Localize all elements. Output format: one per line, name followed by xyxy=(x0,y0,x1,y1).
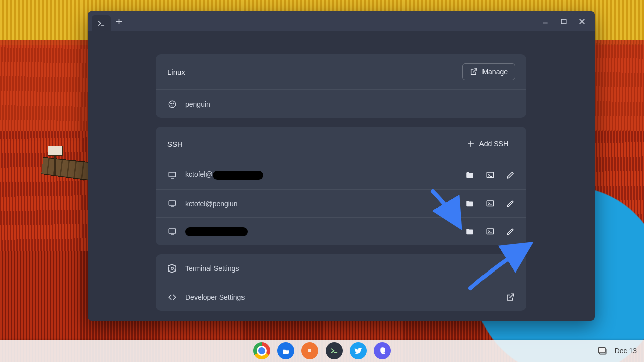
monitor-icon xyxy=(167,170,177,180)
ssh-connection-row[interactable] xyxy=(156,217,526,245)
terminal-settings-row[interactable]: Terminal Settings xyxy=(156,254,526,283)
files-app-icon[interactable] xyxy=(277,342,294,359)
mastodon-app-icon[interactable] xyxy=(374,342,391,359)
ssh-connection-row[interactable]: kctofel@pengiun xyxy=(156,189,526,217)
open-terminal-icon[interactable] xyxy=(485,227,495,237)
taskbar: Dec 13 xyxy=(0,340,644,362)
linux-container-row[interactable]: penguin xyxy=(156,89,526,118)
ssh-label xyxy=(185,227,248,236)
svg-rect-29 xyxy=(598,347,605,353)
new-tab-button[interactable] xyxy=(111,13,127,29)
maximize-button[interactable] xyxy=(554,12,573,30)
ssh-connection-row[interactable]: kctofel@ xyxy=(156,161,526,189)
sftp-folder-icon[interactable] xyxy=(465,199,475,209)
minimize-button[interactable] xyxy=(536,12,554,30)
linux-section: Linux Manage penguin xyxy=(156,54,526,118)
developer-settings-row[interactable]: Developer Settings xyxy=(156,283,526,311)
terminal-app-icon[interactable] xyxy=(326,342,343,359)
shelf-apps xyxy=(253,342,391,359)
edit-icon[interactable] xyxy=(505,199,515,209)
window-content: Linux Manage penguin S xyxy=(88,31,595,321)
open-terminal-icon[interactable] xyxy=(485,199,495,209)
sftp-folder-icon[interactable] xyxy=(465,170,475,180)
chrome-app-icon[interactable] xyxy=(253,342,270,359)
svg-rect-12 xyxy=(169,172,176,177)
svg-point-8 xyxy=(171,103,172,104)
svg-point-24 xyxy=(171,267,174,270)
shelf-clock[interactable]: Dec 13 xyxy=(615,347,637,355)
svg-point-9 xyxy=(173,103,174,104)
edit-icon[interactable] xyxy=(505,227,515,237)
settings-section: Terminal Settings Developer Settings xyxy=(156,254,526,311)
ssh-section-title: SSH xyxy=(167,140,183,148)
svg-rect-20 xyxy=(169,229,176,233)
developer-settings-label: Developer Settings xyxy=(185,293,245,301)
svg-point-7 xyxy=(169,101,176,108)
sftp-folder-icon[interactable] xyxy=(465,227,475,237)
twitter-app-icon[interactable] xyxy=(350,342,367,359)
manage-button-label: Manage xyxy=(482,68,508,76)
open-terminal-icon[interactable] xyxy=(485,170,495,180)
gear-icon xyxy=(167,263,177,274)
ssh-section: SSH Add SSH kctofel@ xyxy=(156,127,526,245)
linux-icon xyxy=(167,99,177,109)
add-ssh-button[interactable]: Add SSH xyxy=(460,136,515,152)
add-ssh-label: Add SSH xyxy=(479,140,508,148)
open-external-icon[interactable] xyxy=(505,292,515,302)
manage-button[interactable]: Manage xyxy=(462,63,515,80)
code-icon xyxy=(167,292,177,302)
terminal-tab[interactable] xyxy=(92,15,111,31)
ssh-label: kctofel@pengiun xyxy=(185,200,238,208)
linux-section-title: Linux xyxy=(167,68,185,76)
svg-rect-4 xyxy=(561,19,566,24)
monitor-icon xyxy=(167,227,177,237)
tote-tray-icon[interactable] xyxy=(598,346,608,356)
close-button[interactable] xyxy=(573,12,591,30)
linux-container-name: penguin xyxy=(185,100,210,108)
monitor-icon xyxy=(167,199,177,209)
plus-icon xyxy=(467,140,475,148)
terminal-settings-label: Terminal Settings xyxy=(185,264,239,273)
app-icon[interactable] xyxy=(301,342,318,359)
edit-icon[interactable] xyxy=(505,170,515,180)
window-titlebar xyxy=(88,11,595,31)
terminal-window: Linux Manage penguin S xyxy=(88,11,595,321)
open-external-icon xyxy=(470,68,478,76)
svg-rect-16 xyxy=(169,201,176,205)
ssh-label: kctofel@ xyxy=(185,170,263,179)
